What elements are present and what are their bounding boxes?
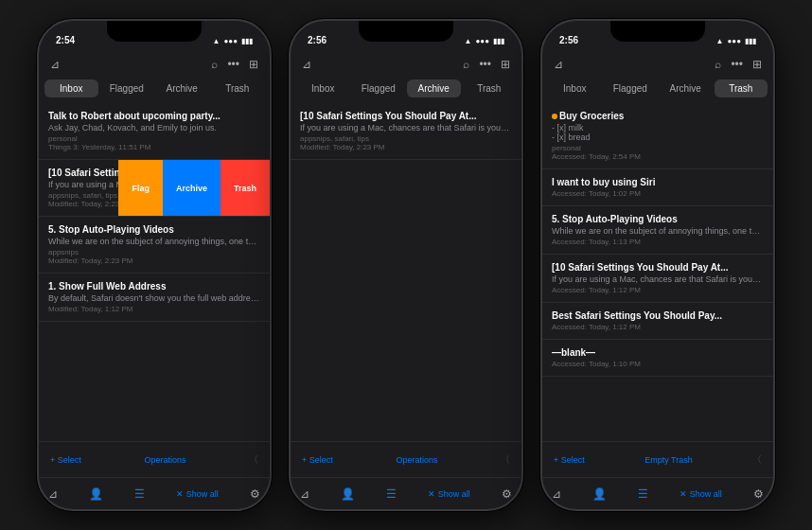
operations-button[interactable]: Operations [396,455,437,465]
search-icon[interactable]: ⌕ [715,58,721,71]
note-item[interactable]: [10 Safari Settings You Should Pay At...… [291,103,521,160]
note-meta: Accessed: Today, 1:10 PM [552,360,764,368]
phone-screen: 2:54 ▲ ●●● ▮▮▮ ⊿ ⌕ ••• ⊞ InboxFlaggedArc… [39,21,270,509]
filter-icon[interactable]: ⊿ [554,58,563,71]
note-item[interactable]: Buy Groceries - [x] milk- [x] bread pers… [542,103,773,169]
filter-bottom-icon[interactable]: ⊿ [48,487,58,501]
compose-icon[interactable]: ⊞ [501,58,510,71]
list-icon[interactable]: ☰ [638,487,648,501]
filter-bottom-icon[interactable]: ⊿ [552,487,561,501]
tab-bar-bottom: ⊿ 👤 ☰ ✕ Show all ⚙ [542,477,773,509]
signal-icon: ●●● [224,37,238,45]
note-preview: - [x] milk- [x] bread [552,123,764,142]
filter-icon[interactable]: ⊿ [50,58,60,71]
tabs-bar: InboxFlaggedArchiveTrash [39,80,270,103]
tab-flagged[interactable]: Flagged [100,80,154,97]
tabs-bar: InboxFlaggedArchiveTrash [291,80,521,103]
tab-trash[interactable]: Trash [715,80,768,97]
tab-inbox[interactable]: Inbox [44,80,98,97]
tab-inbox[interactable]: Inbox [548,80,602,97]
note-item[interactable]: Talk to Robert about upcoming party... A… [39,103,270,160]
note-meta: Accessed: Today, 1:13 PM [552,238,764,246]
note-item[interactable]: Best Safari Settings You Should Pay... A… [542,303,773,340]
status-time: 2:54 [56,35,75,45]
content-area: Buy Groceries - [x] milk- [x] bread pers… [542,103,773,441]
more-icon[interactable]: ••• [479,58,491,71]
tab-archive[interactable]: Archive [155,80,209,97]
chevron-icon: 〈 [501,453,510,467]
note-title: —blank— [552,347,764,358]
tab-trash[interactable]: Trash [463,80,517,97]
note-item[interactable]: 5. Stop Auto-Playing Videos While we are… [542,206,773,255]
tab-inbox[interactable]: Inbox [296,80,350,97]
tab-archive[interactable]: Archive [407,80,461,97]
chevron-icon: 〈 [249,453,258,467]
show-all-button[interactable]: ✕ Show all [428,489,470,499]
swipe-archive-button[interactable]: Archive [163,160,221,216]
list-icon[interactable]: ☰ [386,487,397,501]
chevron-icon: 〈 [752,453,762,467]
tab-flagged[interactable]: Flagged [352,80,406,97]
compose-icon[interactable]: ⊞ [752,58,762,71]
note-meta: Accessed: Today, 2:54 PM [552,152,764,161]
note-item[interactable]: [10 Safari Settings You Should Pay At...… [542,255,773,303]
note-preview: While we are on the subject of annoying … [48,237,260,246]
bottom-action-bar: + Select Empty Trash 〈 [542,441,773,477]
tab-archive[interactable]: Archive [659,80,713,97]
toolbar: ⊿ ⌕ ••• ⊞ [39,49,270,80]
swipe-trash-button[interactable]: Trash [221,160,270,216]
search-icon[interactable]: ⌕ [463,58,469,71]
note-meta: Modified: Today, 1:12 PM [48,305,260,313]
list-icon[interactable]: ☰ [134,487,145,501]
note-preview: While we are on the subject of annoying … [552,226,764,236]
status-time: 2:56 [308,35,327,45]
toolbar-right-icons: ⌕ ••• ⊞ [715,58,762,71]
note-preview: If you are using a Mac, chances are that… [300,123,512,132]
show-all-button[interactable]: ✕ Show all [680,489,722,499]
note-item[interactable]: 1. Show Full Web Address By default, Saf… [39,274,270,322]
settings-icon[interactable]: ⚙ [753,487,764,501]
tab-bar-bottom: ⊿ 👤 ☰ ✕ Show all ⚙ [39,477,270,509]
content-area: [10 Safari Settings You Should Pay At...… [291,103,521,441]
battery-icon: ▮▮▮ [493,37,504,45]
note-item[interactable]: 5. Stop Auto-Playing Videos While we are… [39,217,270,274]
filter-icon[interactable]: ⊿ [302,58,311,71]
signal-icon: ●●● [728,37,742,45]
person-icon[interactable]: 👤 [89,487,103,501]
tab-trash[interactable]: Trash [211,80,265,97]
tab-flagged[interactable]: Flagged [604,80,658,97]
settings-icon[interactable]: ⚙ [250,487,260,501]
add-button[interactable]: + Select [554,455,585,465]
note-meta: Things 3: Yesterday, 11:51 PM [48,143,260,151]
settings-icon[interactable]: ⚙ [502,487,512,501]
wifi-icon: ▲ [716,37,724,45]
note-title: 1. Show Full Web Address [48,281,260,292]
operations-button[interactable]: Operations [144,455,185,465]
phone-3: 2:56 ▲ ●●● ▮▮▮ ⊿ ⌕ ••• ⊞ InboxFlaggedArc… [540,19,775,511]
note-item[interactable]: —blank— Accessed: Today, 1:10 PM [542,340,773,377]
content-area: Talk to Robert about upcoming party... A… [39,103,270,441]
filter-bottom-icon[interactable]: ⊿ [300,487,309,501]
swipe-flag-button[interactable]: Flag [118,160,163,216]
bottom-action-bar: + Select Operations 〈 [39,441,270,477]
person-icon[interactable]: 👤 [341,487,355,501]
search-icon[interactable]: ⌕ [211,58,218,71]
compose-icon[interactable]: ⊞ [249,58,258,71]
note-item[interactable]: I want to buy using Siri Accessed: Today… [542,169,773,206]
note-tag: personal [48,134,260,143]
add-button[interactable]: + Select [50,455,81,465]
person-icon[interactable]: 👤 [592,487,607,501]
note-tag: appsnips, safari, tips [300,134,512,143]
battery-icon: ▮▮▮ [745,37,756,45]
more-icon[interactable]: ••• [731,58,743,71]
phone-1: 2:54 ▲ ●●● ▮▮▮ ⊿ ⌕ ••• ⊞ InboxFlaggedArc… [37,19,272,511]
phone-notch [610,21,705,42]
show-all-button[interactable]: ✕ Show all [176,489,219,499]
empty-trash-button[interactable]: Empty Trash [644,455,693,465]
more-icon[interactable]: ••• [227,58,239,71]
note-title: Best Safari Settings You Should Pay... [552,310,764,321]
note-title: [10 Safari Settings You Should Pay At... [552,262,764,273]
add-button[interactable]: + Select [302,455,333,465]
note-item[interactable]: [10 Safari Settings You Should Pay At...… [39,160,270,217]
note-tag: appsnips [48,248,260,256]
